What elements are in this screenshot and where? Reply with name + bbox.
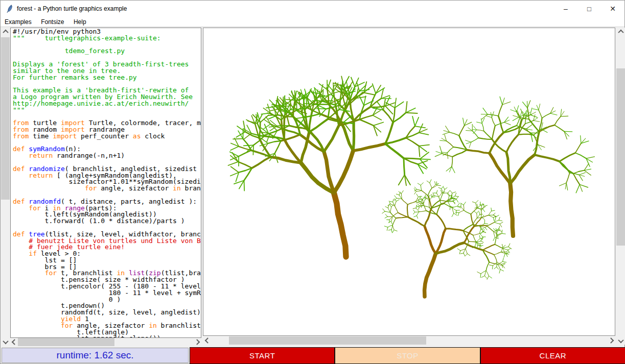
canvas-vscroll-thumb[interactable] [616, 68, 625, 246]
control-buttons: START STOP CLEAR [190, 347, 625, 364]
runtime-status: runtime: 1.62 sec. [2, 348, 189, 363]
code-hscroll-thumb[interactable] [18, 338, 114, 346]
scroll-down-icon[interactable] [616, 337, 625, 345]
code-line: """ [13, 107, 201, 114]
close-icon[interactable]: ✕ [601, 1, 624, 17]
tree-right-tree [435, 96, 594, 236]
code-line: for angle, sizefactor in branchlist ] [13, 185, 201, 192]
scroll-right-icon[interactable] [608, 336, 615, 345]
code-line: tdemo_forest.py [13, 48, 201, 55]
canvas-vertical-scrollbar[interactable] [616, 28, 625, 345]
tk-feather-icon [6, 5, 13, 13]
code-vertical-scrollbar[interactable] [1, 28, 10, 346]
code-horizontal-scrollbar[interactable] [10, 338, 201, 346]
clear-button[interactable]: CLEAR [480, 347, 625, 364]
window-title: forest - a Python turtle graphics exampl… [17, 1, 127, 17]
maximize-icon[interactable]: □ [577, 1, 601, 17]
turtle-canvas [203, 28, 615, 336]
code-line: from time import perf_counter as clock [13, 133, 201, 140]
menu-bar: Examples Fontsize Help [1, 17, 624, 27]
scroll-up-icon[interactable] [616, 28, 625, 35]
scroll-left-icon[interactable] [10, 338, 17, 346]
scroll-up-icon[interactable] [1, 28, 10, 35]
title-bar: forest - a Python turtle graphics exampl… [1, 1, 624, 17]
scroll-left-icon[interactable] [203, 336, 211, 345]
menu-examples[interactable]: Examples [1, 17, 35, 28]
stop-button[interactable]: STOP [335, 347, 480, 364]
canvas-hscroll-thumb[interactable] [229, 336, 426, 345]
scroll-down-icon[interactable] [1, 338, 10, 346]
code-line: t.forward( (1.0 * distance)/parts ) [13, 218, 201, 225]
code-vscroll-thumb[interactable] [1, 37, 10, 200]
menu-fontsize[interactable]: Fontsize [37, 17, 67, 28]
canvas-horizontal-scrollbar[interactable] [203, 336, 615, 345]
start-button[interactable]: START [190, 347, 335, 364]
runtime-status-text: runtime: 1.62 sec. [56, 350, 133, 361]
forest-drawing [203, 28, 615, 335]
scroll-right-icon[interactable] [194, 338, 201, 346]
tree-center-tree [382, 180, 512, 297]
code-text: #!/usr/bin/env python3""" turtlegraphics… [13, 29, 201, 338]
tree-left-tree [228, 77, 431, 257]
minimize-icon[interactable]: – [554, 1, 577, 17]
code-line: """ turtlegraphics-example-suite: [13, 35, 201, 42]
code-line: http://homepage.univie.ac.at/erich.neuwi… [13, 101, 201, 107]
code-line: return randrange(-n,n+1) [13, 153, 201, 159]
code-line: For further remarks see tree.py [13, 75, 201, 81]
app-window: forest - a Python turtle graphics exampl… [0, 0, 625, 364]
code-viewer[interactable]: #!/usr/bin/env python3""" turtlegraphics… [10, 28, 201, 338]
menu-help[interactable]: Help [70, 17, 90, 28]
